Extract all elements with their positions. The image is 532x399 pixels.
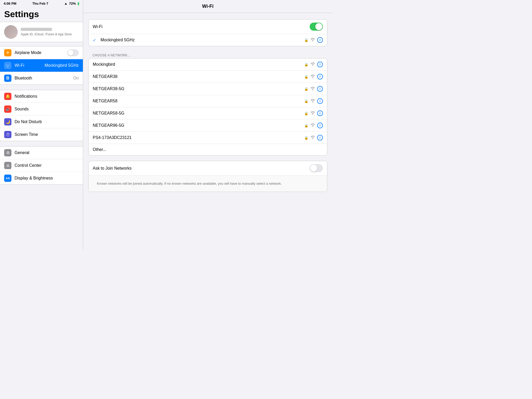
network-lock-1: 🔒 — [304, 75, 308, 79]
sidebar-item-general[interactable]: ⚙ General — [0, 147, 83, 159]
sidebar-item-airplane[interactable]: ✈ Airplane Mode — [0, 46, 83, 59]
battery-percent: 72% — [69, 2, 76, 5]
wifi-toggle-label: Wi-Fi — [93, 24, 307, 29]
network-name-4: NETGEAR58-5G — [93, 111, 302, 116]
connected-network-row[interactable]: ✓ Mockingbird 5GHz 🔒 i — [89, 34, 327, 46]
network-name-1: NETGEAR38 — [93, 74, 302, 79]
network-info-btn-5[interactable]: i — [317, 123, 323, 128]
network-lock-4: 🔒 — [304, 111, 308, 115]
network-row-other[interactable]: Other... — [89, 144, 327, 155]
controlcenter-icon: ⊞ — [4, 162, 11, 169]
wifi-toggle-card: Wi-Fi ✓ Mockingbird 5GHz 🔒 i — [88, 19, 327, 46]
network-icons-0: 🔒 i — [304, 62, 323, 67]
network-row-2[interactable]: NETGEAR38-5G 🔒 i — [89, 83, 327, 95]
sidebar-group-connectivity: ✈ Airplane Mode Wi-Fi Mockingbird 5GHz B… — [0, 46, 83, 85]
wifi-main-toggle[interactable] — [310, 23, 323, 31]
network-name-6: PS4-173A3DC23121 — [93, 135, 302, 140]
sidebar-item-display[interactable]: AA Display & Brightness — [0, 172, 83, 184]
network-name-0: Mockingbird — [93, 62, 302, 67]
network-icons-5: 🔒 i — [304, 123, 323, 128]
networks-section: CHOOSE A NETWORK... Mockingbird 🔒 i NETG… — [88, 51, 327, 156]
status-time: 4:06 PM — [4, 2, 16, 5]
settings-title: Settings — [0, 7, 83, 22]
status-bar: 4:06 PM Thu Feb 7 ▲ 72% ▮ — [0, 0, 83, 7]
wifi-signal-icon — [310, 38, 315, 42]
sidebar: 4:06 PM Thu Feb 7 ▲ 72% ▮ Settings Apple… — [0, 0, 83, 249]
network-info-btn-3[interactable]: i — [317, 98, 323, 104]
network-signal-2 — [310, 87, 315, 91]
network-row-1[interactable]: NETGEAR38 🔒 i — [89, 71, 327, 83]
network-icons-4: 🔒 i — [304, 110, 323, 116]
general-label: General — [15, 150, 79, 155]
ask-to-join-notice-row: Known networks will be joined automatica… — [89, 176, 327, 192]
connected-network-info-btn[interactable]: i — [317, 37, 323, 43]
profile-subtitle: Apple ID, iCloud, iTunes & App Store — [21, 32, 79, 36]
network-info-btn-1[interactable]: i — [317, 74, 323, 79]
network-icons-6: 🔒 i — [304, 135, 323, 141]
battery-icon: ▮ — [77, 2, 79, 5]
notifications-icon: 🔔 — [4, 93, 11, 100]
connected-network-name: Mockingbird 5GHz — [101, 38, 302, 42]
network-name-other: Other... — [93, 147, 323, 152]
display-label: Display & Brightness — [15, 176, 79, 181]
lock-icon: 🔒 — [304, 38, 308, 42]
network-signal-3 — [310, 99, 315, 103]
network-info-btn-0[interactable]: i — [317, 62, 323, 67]
wifi-status-icon: ▲ — [64, 2, 68, 5]
ask-to-join-toggle[interactable] — [310, 164, 323, 172]
sidebar-group-notifications: 🔔 Notifications 🔊 Sounds 🌙 Do Not Distur… — [0, 90, 83, 141]
dnd-icon: 🌙 — [4, 118, 11, 125]
sidebar-item-screentime[interactable]: ⏱ Screen Time — [0, 128, 83, 141]
profile-row[interactable]: Apple ID, iCloud, iTunes & App Store — [0, 22, 83, 42]
network-info-btn-4[interactable]: i — [317, 110, 323, 116]
wifi-toggle-row: Wi-Fi — [89, 19, 327, 34]
network-icons-2: 🔒 i — [304, 86, 323, 92]
network-signal-6 — [310, 136, 315, 140]
sidebar-item-wifi[interactable]: Wi-Fi Mockingbird 5GHz — [0, 59, 83, 72]
network-signal-0 — [310, 62, 315, 67]
sidebar-group-general: ⚙ General ⊞ Control Center AA Display & … — [0, 146, 83, 185]
controlcenter-label: Control Center — [15, 163, 79, 168]
network-row-3[interactable]: NETGEAR58 🔒 i — [89, 95, 327, 107]
airplane-toggle[interactable] — [67, 49, 79, 56]
panel-content: Wi-Fi ✓ Mockingbird 5GHz 🔒 i C — [83, 13, 332, 198]
networks-card: Mockingbird 🔒 i NETGEAR38 🔒 — [88, 58, 327, 156]
network-row-6[interactable]: PS4-173A3DC23121 🔒 i — [89, 132, 327, 144]
profile-info: Apple ID, iCloud, iTunes & App Store — [21, 28, 79, 36]
network-info-btn-6[interactable]: i — [317, 135, 323, 141]
panel-header: Wi-Fi — [83, 0, 332, 13]
network-lock-6: 🔒 — [304, 136, 308, 140]
sidebar-item-sounds[interactable]: 🔊 Sounds — [0, 103, 83, 116]
bluetooth-value: On — [73, 76, 79, 81]
ask-to-join-label: Ask to Join Networks — [93, 166, 307, 171]
network-name-3: NETGEAR58 — [93, 99, 302, 103]
notifications-label: Notifications — [15, 94, 79, 99]
panel-title: Wi-Fi — [202, 4, 214, 9]
network-icons-3: 🔒 i — [304, 98, 323, 104]
network-icons-1: 🔒 i — [304, 74, 323, 79]
network-name-5: NETGEAR96-5G — [93, 123, 302, 128]
sounds-icon: 🔊 — [4, 105, 11, 113]
checkmark-icon: ✓ — [93, 38, 98, 43]
ask-to-join-notice: Known networks will be joined automatica… — [93, 179, 286, 189]
network-lock-3: 🔒 — [304, 99, 308, 103]
screentime-label: Screen Time — [15, 132, 79, 137]
status-date: Thu Feb 7 — [32, 2, 48, 5]
network-info-btn-2[interactable]: i — [317, 86, 323, 92]
sidebar-item-controlcenter[interactable]: ⊞ Control Center — [0, 159, 83, 172]
sidebar-item-dnd[interactable]: 🌙 Do Not Disturb — [0, 116, 83, 128]
profile-name-blur — [21, 28, 52, 31]
sidebar-item-bluetooth[interactable]: B Bluetooth On — [0, 72, 83, 84]
networks-section-header: CHOOSE A NETWORK... — [88, 51, 327, 58]
network-lock-0: 🔒 — [304, 63, 308, 66]
bluetooth-label: Bluetooth — [15, 76, 70, 81]
airplane-label: Airplane Mode — [15, 50, 64, 55]
ask-to-join-card: Ask to Join Networks Known networks will… — [88, 161, 327, 192]
network-row-5[interactable]: NETGEAR96-5G 🔒 i — [89, 119, 327, 132]
network-lock-5: 🔒 — [304, 124, 308, 128]
sidebar-item-notifications[interactable]: 🔔 Notifications — [0, 90, 83, 103]
network-row-0[interactable]: Mockingbird 🔒 i — [89, 58, 327, 71]
network-signal-4 — [310, 111, 315, 116]
network-row-4[interactable]: NETGEAR58-5G 🔒 i — [89, 107, 327, 119]
dnd-label: Do Not Disturb — [15, 119, 79, 124]
